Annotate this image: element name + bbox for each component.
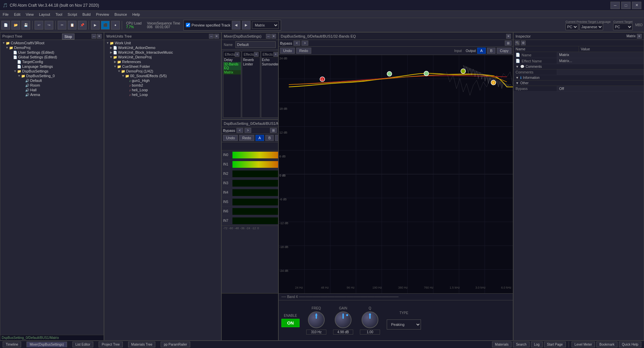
- tree-references[interactable]: ▶ 📁 References: [105, 59, 220, 64]
- effect-limiter[interactable]: Limiter: [242, 62, 260, 66]
- eq-b-button[interactable]: B: [487, 48, 495, 54]
- tree-heli-loop1[interactable]: ♪ heli_Loop: [105, 88, 220, 92]
- freq-knob[interactable]: [308, 311, 325, 328]
- mixer-name-input[interactable]: [235, 41, 276, 48]
- effect-32bands-eq[interactable]: 32-Bands EQ: [223, 62, 241, 70]
- eq-a-button[interactable]: A: [477, 48, 486, 54]
- tree-gun1-high[interactable]: ♪ gun1_High: [105, 78, 220, 83]
- effect-echo[interactable]: Echo: [261, 58, 278, 62]
- play-button[interactable]: ▶: [91, 21, 100, 30]
- matrix-dropdown[interactable]: Matrix: [252, 21, 279, 29]
- inspector-information-section[interactable]: ▼ ℹ Information: [514, 75, 644, 81]
- tree-workunit-action[interactable]: ▶ 📄 WorkUnit_ActionDemo: [105, 45, 220, 50]
- mixer-minimize[interactable]: ─: [266, 34, 271, 39]
- save-button[interactable]: 💾: [21, 21, 30, 30]
- tree-item-user-settings[interactable]: 📄 User Settings (Edited): [1, 50, 103, 55]
- eq-close[interactable]: ✕: [506, 34, 511, 39]
- eq-redo-button[interactable]: Redo: [296, 48, 311, 54]
- footer-start-page[interactable]: Start Page: [544, 342, 566, 347]
- eq-point-3[interactable]: [424, 71, 429, 76]
- menu-preview[interactable]: Preview: [93, 12, 112, 17]
- tab-mixer[interactable]: Mixer(DspBusSettings): [26, 342, 67, 347]
- eq-undo-button[interactable]: Undo: [280, 48, 295, 54]
- inspector-comments-section[interactable]: ▼ 💬 Comments: [514, 64, 644, 69]
- tree-soundeffects-folder[interactable]: ▼ 📁 00_SoundEffects (5/5): [105, 73, 220, 78]
- menu-tool[interactable]: Tool: [53, 12, 65, 17]
- tree-item-room[interactable]: 🔊 Room: [1, 83, 103, 88]
- matrix-undo-button[interactable]: Undo: [223, 135, 238, 141]
- tree-item-global-settings[interactable]: 📄 Global Settings (Edited): [1, 55, 103, 59]
- eq-bypass-toggle[interactable]: <: [293, 41, 300, 46]
- effect1-add[interactable]: +: [235, 52, 239, 57]
- tree-workunit-demo[interactable]: ▼ 📁 WorkUnit_DemoProj: [105, 55, 220, 59]
- work-units-content[interactable]: ▼ 📁 Work Unit ▶ 📄 WorkUnit_ActionDemo ▶ …: [104, 40, 221, 340]
- open-button[interactable]: 📂: [11, 21, 20, 30]
- effect2-add[interactable]: +: [254, 52, 259, 57]
- inspector-icon2[interactable]: ⚙: [521, 41, 526, 45]
- menu-file[interactable]: File: [0, 12, 11, 17]
- enable-on-button[interactable]: ON: [281, 319, 300, 327]
- footer-log[interactable]: Log: [531, 342, 543, 347]
- menu-layout[interactable]: Layout: [36, 12, 53, 17]
- menu-help[interactable]: Help: [130, 12, 143, 17]
- tree-item-default[interactable]: 🔊 Default: [1, 78, 103, 83]
- bypass-toggle[interactable]: <: [236, 128, 243, 133]
- type-dropdown[interactable]: Peaking LowShelf HighShelf LowPass HighP…: [387, 319, 421, 330]
- tree-item-lang-settings[interactable]: 📄 Language Settings: [1, 64, 103, 69]
- pt-minimize[interactable]: ─: [92, 34, 96, 39]
- q-knob[interactable]: [362, 311, 378, 328]
- maximize-button[interactable]: □: [621, 2, 631, 9]
- preview-track-checkbox[interactable]: [186, 23, 190, 27]
- tab-list-editor[interactable]: List Editor: [72, 342, 93, 347]
- footer-level-meter[interactable]: Level Meter: [572, 342, 595, 347]
- matrix-grid-btn[interactable]: ⊞: [270, 128, 277, 133]
- matrix-b-button[interactable]: B: [265, 135, 274, 141]
- footer-search[interactable]: Search: [513, 342, 530, 347]
- effect-reverb[interactable]: Reverb: [242, 58, 260, 62]
- tree-item-dspbus[interactable]: ▼ 📁 DspBusSettings: [1, 69, 103, 73]
- eq-grid-btn[interactable]: ⊞: [505, 41, 512, 46]
- tab-timeline[interactable]: Timeline: [3, 342, 21, 347]
- next-track-button[interactable]: ▶: [242, 21, 251, 30]
- preview-pc-dropdown[interactable]: PC: [566, 23, 578, 30]
- tree-item-demoproj[interactable]: ▼ 📁 DemoProj: [1, 45, 103, 50]
- footer-materials[interactable]: Materials: [492, 342, 512, 347]
- effect-surrounder[interactable]: Surrounder: [261, 62, 278, 66]
- tree-item-hall[interactable]: 🔊 Hall: [1, 88, 103, 92]
- matrix-a-button[interactable]: A: [256, 135, 264, 141]
- wut-close[interactable]: ✕: [214, 34, 219, 39]
- inspector-close[interactable]: ✕: [637, 34, 642, 39]
- tree-work-unit[interactable]: ▼ 📁 Work Unit: [105, 41, 220, 45]
- tree-demoproj-folder[interactable]: ▼ 📁 DemoProj (1/42): [105, 69, 220, 73]
- mixer-close[interactable]: ✕: [271, 34, 276, 39]
- menu-bounce[interactable]: Bounce: [112, 12, 129, 17]
- effect3-add[interactable]: +: [273, 52, 278, 57]
- tree-item-arena[interactable]: 🔊 Arena: [1, 92, 103, 97]
- menu-edit[interactable]: Edit: [11, 12, 23, 17]
- gain-knob[interactable]: [335, 311, 352, 328]
- effect-delay[interactable]: Delay: [223, 58, 241, 62]
- eq-copy-button[interactable]: Copy: [497, 48, 512, 54]
- minimize-button[interactable]: ─: [610, 2, 620, 9]
- tab-materials-tree[interactable]: Materials Tree: [128, 342, 155, 347]
- bypass-toggle2[interactable]: >: [245, 128, 251, 133]
- paste-button[interactable]: 📌: [78, 21, 87, 30]
- tree-item-target-config[interactable]: 📄 TargetConfig: [1, 59, 103, 64]
- tree-bomb2[interactable]: ♪ bomb2: [105, 83, 220, 88]
- cut-button[interactable]: ✂: [58, 21, 66, 30]
- eq-display[interactable]: 1 2 24 dB 18 dB 12 dB 6 dB 0 dB -6 dB -1…: [279, 55, 513, 293]
- inspector-icon1[interactable]: 🔌: [515, 41, 520, 45]
- matrix-redo-button[interactable]: Redo: [239, 135, 254, 141]
- current-target-dropdown[interactable]: PC: [613, 23, 632, 30]
- copy-toolbar-button[interactable]: 📋: [68, 21, 76, 30]
- stop-button[interactable]: ⬛: [101, 21, 110, 30]
- tree-heli-loop2[interactable]: ♪ heli_Loop: [105, 92, 220, 97]
- eq-bypass-toggle2[interactable]: >: [302, 41, 308, 46]
- eq-point-2[interactable]: [387, 71, 392, 76]
- menu-script[interactable]: Script: [65, 12, 80, 17]
- tab-project-tree[interactable]: Project Tree: [99, 342, 123, 347]
- language-dropdown[interactable]: Japanese: [580, 23, 603, 30]
- tree-workunit-block[interactable]: ▶ 📄 WorkUnit_Block_InteractiveMusic: [105, 50, 220, 55]
- matrix-copy-button[interactable]: Copy: [275, 135, 278, 141]
- pt-close[interactable]: ✕: [97, 34, 102, 39]
